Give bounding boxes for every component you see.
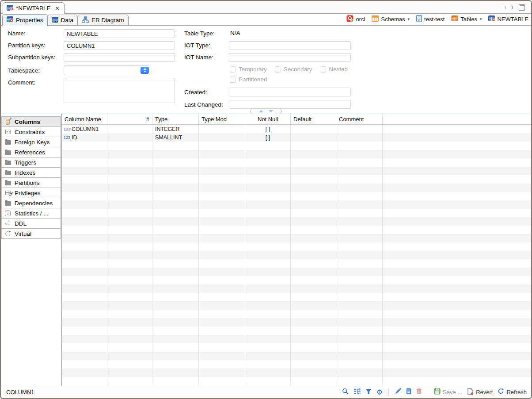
refresh-label: Refresh <box>506 389 527 395</box>
filter-button[interactable] <box>365 388 372 396</box>
tab-er-diagram[interactable]: ER Diagram <box>77 15 129 26</box>
delete-button[interactable] <box>416 388 422 396</box>
search-button[interactable] <box>342 388 349 396</box>
schema-item[interactable]: test-test <box>416 15 445 23</box>
subpartition-keys-field[interactable] <box>64 53 175 62</box>
column-header-[interactable]: # <box>107 114 152 124</box>
settings-button[interactable]: ⚙ <box>376 389 383 395</box>
sidebar-item-triggers[interactable]: Triggers <box>1 157 61 168</box>
table-row-empty[interactable] <box>62 268 531 276</box>
sidebar-item-constraints[interactable]: Constraints <box>1 127 61 137</box>
table-row-empty[interactable] <box>62 175 531 184</box>
collapse-up-icon[interactable] <box>259 110 263 112</box>
column-header-column-name[interactable]: Column Name <box>62 114 107 124</box>
minimize-icon[interactable] <box>505 6 513 9</box>
table-row-empty[interactable] <box>62 335 531 343</box>
name-field[interactable] <box>64 29 175 38</box>
created-field[interactable] <box>229 88 351 96</box>
revert-button[interactable]: Revert <box>467 388 493 397</box>
column-header-comment[interactable]: Comment <box>336 114 383 124</box>
comment-field[interactable] <box>64 78 175 103</box>
table-row-empty[interactable] <box>62 276 531 284</box>
table-row-empty[interactable] <box>62 251 531 259</box>
table-row-empty[interactable] <box>62 326 531 335</box>
table-row-empty[interactable] <box>62 368 531 377</box>
partition-keys-field[interactable] <box>64 41 175 50</box>
sidebar-item-foreign-keys[interactable]: Foreign Keys <box>1 137 61 147</box>
checkbox-icon <box>320 66 326 73</box>
last-changed-field[interactable] <box>229 100 351 109</box>
table-row-empty[interactable] <box>62 209 531 217</box>
sidebar-item-columns[interactable]: Columns <box>1 116 61 127</box>
table-row-empty[interactable] <box>62 192 531 200</box>
table-row-empty[interactable] <box>62 259 531 268</box>
edit-button[interactable] <box>395 388 401 396</box>
table-row-empty[interactable] <box>62 284 531 293</box>
table-row[interactable]: 123COLUMN1INTEGER[ ] <box>62 125 531 133</box>
table-row-empty[interactable] <box>62 343 531 352</box>
table-row-empty[interactable] <box>62 142 531 150</box>
cell-filler <box>383 377 531 385</box>
sidebar-item-references[interactable]: References <box>1 147 61 157</box>
table-row-empty[interactable] <box>62 234 531 242</box>
sidebar-item-privileges[interactable]: Privileges <box>1 188 61 198</box>
tab-properties[interactable]: Properties <box>2 14 48 26</box>
cell-column-name <box>62 150 107 158</box>
table-row-empty[interactable] <box>62 293 531 301</box>
sidebar-item-statistics[interactable]: Statistics / ... <box>1 208 61 219</box>
column-header-type[interactable]: Type <box>152 114 199 124</box>
iot-name-field[interactable] <box>229 53 351 62</box>
table-row-empty[interactable] <box>62 200 531 209</box>
table-row-empty[interactable] <box>62 360 531 368</box>
schemas-selector[interactable]: Schemas ▾ <box>372 15 410 23</box>
sidebar-item-ddl[interactable]: DDL <box>1 218 61 229</box>
table-row-empty[interactable] <box>62 352 531 360</box>
select-stepper-icon[interactable] <box>141 67 149 74</box>
cell-default <box>291 200 336 209</box>
connection-selector[interactable]: orcl <box>346 15 365 23</box>
view-value-button[interactable] <box>406 388 411 396</box>
checkbox-nested[interactable]: Nested <box>320 66 348 73</box>
splitter-handle[interactable] <box>250 108 282 114</box>
sidebar-item-indexes[interactable]: Indexes <box>1 167 61 178</box>
table-row-empty[interactable] <box>62 318 531 326</box>
cell-type: SMALLINT <box>152 133 199 142</box>
column-header-not-null[interactable]: Not Null <box>245 114 291 124</box>
sidebar-item-dependencies[interactable]: Dependencies <box>1 198 61 208</box>
cell-type-mod <box>199 242 245 251</box>
tablespace-select[interactable] <box>64 65 150 75</box>
column-header-type-mod[interactable]: Type Mod <box>199 114 245 124</box>
table-row-empty[interactable] <box>62 217 531 226</box>
refresh-button[interactable]: Refresh <box>498 388 527 396</box>
checkbox-temporary[interactable]: Temporary <box>230 66 267 73</box>
checkbox-partitioned[interactable]: Partitioned <box>230 76 267 83</box>
table-row-empty[interactable] <box>62 377 531 385</box>
table-row[interactable]: 123IDSMALLINT[ ] <box>62 133 531 142</box>
tables-selector[interactable]: Tables ▾ <box>451 15 482 23</box>
cell-default <box>291 175 336 184</box>
table-row-empty[interactable] <box>62 184 531 192</box>
table-row-empty[interactable] <box>62 242 531 251</box>
maximize-icon[interactable] <box>519 4 525 11</box>
iot-type-field[interactable] <box>229 41 351 50</box>
save-button[interactable]: Save ... <box>434 388 462 396</box>
references-panel-button[interactable] <box>353 388 361 396</box>
column-header-default[interactable]: Default <box>291 114 336 124</box>
current-table-item[interactable]: NEWTABLE <box>488 15 528 23</box>
sidebar-item-virtual[interactable]: Virtual <box>1 228 61 239</box>
tab-data[interactable]: Data <box>47 15 78 26</box>
cell-type-mod <box>199 352 245 360</box>
table-row-empty[interactable] <box>62 167 531 175</box>
sidebar-item-partitions[interactable]: Partitions <box>1 177 61 188</box>
editor-tab-newtable[interactable]: *NEWTABLE ✕ <box>3 2 65 14</box>
table-row-empty[interactable] <box>62 150 531 158</box>
close-icon[interactable]: ✕ <box>55 5 60 12</box>
table-row-empty[interactable] <box>62 310 531 318</box>
table-row-empty[interactable] <box>62 226 531 234</box>
checkbox-secondary[interactable]: Secondary <box>275 66 312 73</box>
table-row-empty[interactable] <box>62 158 531 167</box>
collapse-down-icon[interactable] <box>269 110 273 112</box>
table-data-icon <box>52 17 58 24</box>
table-row-empty[interactable] <box>62 301 531 310</box>
pane-splitter[interactable] <box>1 111 531 114</box>
